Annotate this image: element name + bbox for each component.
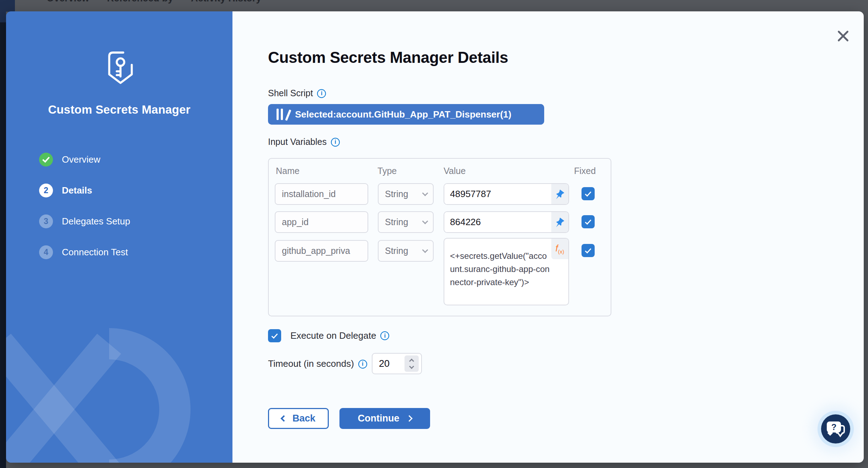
help-chat-button[interactable]: ? bbox=[821, 414, 850, 443]
left-nav-rail-top bbox=[0, 0, 15, 12]
chevron-down-icon bbox=[422, 218, 428, 224]
tab-referenced-by[interactable]: Referenced by bbox=[107, 0, 173, 4]
continue-button-label: Continue bbox=[358, 413, 400, 424]
wizard-steps: Overview 2 Details 3 Delegates Setup 4 C… bbox=[39, 153, 130, 276]
var-name-input[interactable] bbox=[275, 183, 368, 205]
var-name-input[interactable] bbox=[275, 240, 368, 262]
screen: Overview Referenced by Activity History … bbox=[0, 0, 868, 468]
tab-activity-history[interactable]: Activity History bbox=[191, 0, 261, 4]
step-label: Details bbox=[62, 185, 92, 196]
secrets-manager-key-shield-icon bbox=[103, 50, 138, 89]
var-value-group: <+secrets.getValue("account.suranc-githu… bbox=[444, 238, 569, 305]
stepper-up-icon[interactable] bbox=[409, 358, 414, 363]
var-value-group bbox=[444, 183, 569, 205]
left-nav-rail bbox=[0, 12, 6, 468]
execute-on-delegate-label: Execute on Delegate bbox=[290, 330, 376, 341]
info-icon[interactable]: i bbox=[331, 138, 340, 147]
pin-icon[interactable] bbox=[551, 184, 568, 204]
fixed-checkbox[interactable] bbox=[582, 244, 595, 257]
step-connection-test[interactable]: 4 Connection Test bbox=[39, 245, 130, 259]
step-label: Delegates Setup bbox=[62, 216, 130, 227]
input-variables-table: Name Type Value Fixed String bbox=[268, 158, 611, 316]
template-library-icon bbox=[277, 109, 289, 120]
step-label: Overview bbox=[62, 154, 100, 165]
execute-on-delegate-checkbox[interactable] bbox=[268, 329, 281, 342]
step-done-check-icon bbox=[39, 153, 53, 167]
selected-shell-script-value: Selected:account.GitHub_App_PAT_Dispense… bbox=[295, 109, 511, 120]
page-title: Custom Secrets Manager Details bbox=[268, 49, 508, 66]
var-value-expression[interactable]: <+secrets.getValue("account.suranc-githu… bbox=[444, 239, 551, 305]
shell-script-label: Shell Scripti bbox=[268, 88, 326, 98]
var-value-group bbox=[444, 211, 569, 233]
back-button[interactable]: Back bbox=[268, 408, 329, 429]
chat-question-icon: ? bbox=[827, 421, 841, 432]
wizard-title: Custom Secrets Manager bbox=[6, 103, 232, 116]
var-type-value: String bbox=[385, 217, 408, 227]
var-value-input[interactable] bbox=[444, 212, 551, 232]
step-number: 2 bbox=[39, 184, 53, 197]
col-header-fixed: Fixed bbox=[574, 166, 596, 176]
input-variables-label: Input Variablesi bbox=[268, 137, 340, 147]
var-value-input[interactable] bbox=[444, 184, 551, 204]
tab-overview[interactable]: Overview bbox=[47, 0, 89, 4]
pin-icon[interactable] bbox=[551, 212, 568, 232]
fixed-checkbox[interactable] bbox=[582, 187, 595, 200]
continue-button[interactable]: Continue bbox=[339, 408, 430, 429]
var-name-input[interactable] bbox=[275, 211, 368, 233]
chevron-right-icon bbox=[406, 415, 413, 421]
var-type-select[interactable]: String bbox=[378, 183, 434, 205]
wizard-sidebar: Custom Secrets Manager Overview 2 Detail… bbox=[6, 11, 232, 463]
expression-fx-icon[interactable]: f(x) bbox=[551, 239, 568, 259]
var-type-value: String bbox=[385, 189, 408, 199]
modal-main-panel: Custom Secrets Manager Details Shell Scr… bbox=[232, 11, 864, 463]
number-stepper[interactable] bbox=[404, 355, 419, 372]
step-overview[interactable]: Overview bbox=[39, 153, 130, 167]
var-type-select[interactable]: String bbox=[378, 211, 434, 233]
back-button-label: Back bbox=[293, 413, 316, 424]
col-header-type: Type bbox=[377, 166, 397, 176]
stepper-down-icon[interactable] bbox=[409, 364, 414, 369]
close-icon[interactable] bbox=[836, 29, 850, 43]
custom-secrets-manager-modal: Custom Secrets Manager Overview 2 Detail… bbox=[6, 11, 864, 463]
selected-shell-script-button[interactable]: Selected:account.GitHub_App_PAT_Dispense… bbox=[268, 104, 544, 125]
step-delegates-setup[interactable]: 3 Delegates Setup bbox=[39, 214, 130, 228]
timeout-input[interactable] bbox=[373, 358, 394, 369]
step-number: 3 bbox=[39, 214, 53, 228]
var-type-select[interactable]: String bbox=[378, 240, 434, 262]
col-header-name: Name bbox=[276, 166, 300, 176]
var-type-value: String bbox=[385, 246, 408, 256]
timeout-input-group bbox=[372, 353, 422, 374]
step-details[interactable]: 2 Details bbox=[39, 184, 130, 197]
step-number: 4 bbox=[39, 245, 53, 259]
chevron-down-icon bbox=[422, 190, 428, 196]
background-page-tabs: Overview Referenced by Activity History bbox=[47, 0, 261, 4]
harness-logo-watermark bbox=[6, 314, 212, 463]
col-header-value: Value bbox=[444, 166, 466, 176]
fixed-checkbox[interactable] bbox=[582, 215, 595, 228]
info-icon[interactable]: i bbox=[358, 360, 367, 369]
chevron-left-icon bbox=[280, 415, 287, 421]
info-icon[interactable]: i bbox=[317, 89, 326, 98]
chevron-down-icon bbox=[422, 247, 428, 253]
info-icon[interactable]: i bbox=[380, 331, 389, 340]
step-label: Connection Test bbox=[62, 247, 128, 258]
timeout-label: Timeout (in seconds)i bbox=[268, 358, 367, 369]
execute-on-delegate-row: Execute on Delegate i bbox=[268, 329, 389, 342]
